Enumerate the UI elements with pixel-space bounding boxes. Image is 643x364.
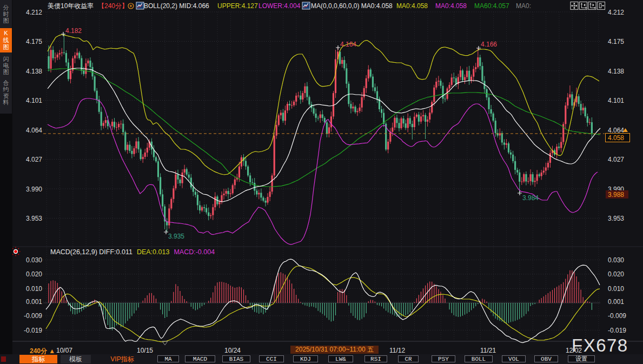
- svg-text:3.935: 3.935: [168, 233, 184, 240]
- svg-text:3.990: 3.990: [26, 186, 42, 193]
- svg-text:0.030: 0.030: [608, 256, 624, 264]
- svg-text:0.010: 0.010: [608, 285, 624, 293]
- svg-text:0.010: 0.010: [26, 285, 42, 293]
- svg-text:4.101: 4.101: [26, 97, 42, 104]
- svg-text:4.064: 4.064: [26, 127, 42, 134]
- svg-text:3.953: 3.953: [608, 215, 624, 222]
- svg-text:-0.009: -0.009: [608, 312, 626, 320]
- svg-text:MACD(26,12,9) DIFF:0.011DEA:0.: MACD(26,12,9) DIFF:0.011DEA:0.013MACD:-0…: [50, 248, 215, 256]
- svg-text:3.984: 3.984: [522, 194, 539, 202]
- svg-text:4.058: 4.058: [608, 134, 624, 142]
- svg-text:4.138: 4.138: [608, 68, 624, 75]
- svg-text:-0.019: -0.019: [608, 327, 626, 334]
- svg-text:3.953: 3.953: [26, 215, 42, 222]
- svg-text:3.988: 3.988: [608, 191, 624, 198]
- svg-text:4.101: 4.101: [608, 97, 624, 104]
- svg-text:4.064: 4.064: [608, 127, 624, 134]
- svg-text:BOLL(20,2) MID:4.066UPPER:4.12: BOLL(20,2) MID:4.066UPPER:4.127LOWER:4.0…: [144, 2, 531, 10]
- svg-text:4.175: 4.175: [608, 38, 624, 45]
- svg-text:4.164: 4.164: [340, 41, 356, 48]
- svg-text:美债10年收益率【240分】: 美债10年收益率【240分】: [48, 2, 128, 10]
- svg-text:4.212: 4.212: [26, 9, 42, 16]
- svg-text:-0.019: -0.019: [24, 327, 42, 334]
- svg-text:4.138: 4.138: [26, 68, 42, 75]
- svg-text:0.030: 0.030: [26, 256, 42, 264]
- svg-text:0.001: 0.001: [608, 298, 624, 306]
- svg-text:4.166: 4.166: [481, 41, 497, 48]
- svg-text:0.020: 0.020: [608, 270, 624, 278]
- svg-text:0.020: 0.020: [26, 270, 42, 278]
- svg-text:4.027: 4.027: [608, 156, 624, 163]
- svg-text:4.027: 4.027: [26, 156, 42, 163]
- svg-text:0.001: 0.001: [26, 298, 42, 306]
- svg-text:4.175: 4.175: [26, 38, 42, 45]
- svg-text:-0.009: -0.009: [24, 312, 42, 320]
- svg-text:4.182: 4.182: [65, 27, 82, 35]
- svg-text:4.212: 4.212: [608, 9, 624, 16]
